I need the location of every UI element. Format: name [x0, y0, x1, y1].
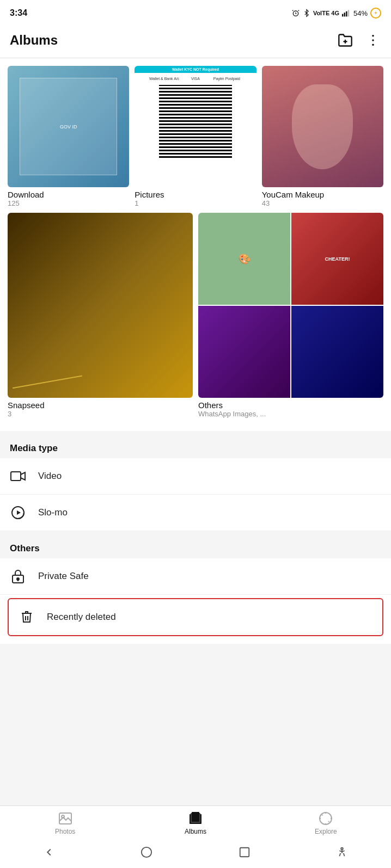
album-thumb-pictures: Wallet KYC NOT Required Wallet & Bank A/… — [135, 66, 256, 187]
nav-item-explore[interactable]: Explore — [304, 811, 347, 835]
bluetooth-icon — [303, 9, 310, 17]
albums-nav-icon — [188, 811, 203, 826]
top-bar-actions — [335, 30, 381, 50]
media-type-video[interactable]: Video — [0, 458, 391, 495]
album-thumb-snapseed — [8, 213, 193, 398]
battery-percent: 54% — [353, 9, 368, 17]
albums-grid-2col: Snapseed 3 🎨 CHEATER! Others WhatsApp Im… — [8, 211, 383, 426]
collage-cell-2: CHEATER! — [291, 213, 383, 305]
explore-icon — [319, 811, 333, 826]
home-button[interactable] — [138, 844, 155, 860]
album-name-download: Download — [8, 190, 129, 199]
pictures-preview: Wallet KYC NOT Required Wallet & Bank A/… — [135, 66, 256, 187]
add-folder-icon — [338, 33, 353, 48]
svg-point-33 — [142, 847, 151, 857]
photos-nav-label: Photos — [55, 828, 75, 835]
others-list: Private Safe Recently deleted — [0, 558, 391, 644]
photos-nav-icon — [58, 811, 72, 826]
more-vertical-icon — [367, 33, 379, 48]
status-icons: VolTE 4G 54% + — [291, 8, 381, 19]
status-time: 3:34 — [10, 8, 27, 18]
recently-deleted-label: Recently deleted — [47, 612, 116, 623]
recently-deleted-item[interactable]: Recently deleted — [8, 598, 383, 636]
accessibility-button[interactable] — [334, 844, 350, 860]
svg-point-17 — [17, 578, 19, 580]
media-type-list: Video Slo-mo — [0, 458, 391, 531]
youcam-preview — [262, 66, 383, 187]
svg-rect-5 — [346, 11, 347, 17]
video-icon — [10, 470, 26, 482]
albums-icon — [188, 812, 203, 825]
svg-line-32 — [328, 821, 329, 822]
album-item-download[interactable]: GOV ID Download 125 — [8, 66, 129, 207]
slomo-icon-container — [10, 504, 26, 521]
svg-line-31 — [322, 815, 323, 816]
album-item-snapseed[interactable]: Snapseed 3 — [8, 213, 193, 418]
album-name-youcam: YouCam Makeup — [262, 190, 383, 199]
explore-nav-label: Explore — [315, 828, 337, 835]
album-name-others: Others — [198, 401, 383, 410]
alarm-icon — [291, 9, 300, 17]
svg-rect-34 — [240, 848, 249, 857]
lte-icon: VolTE 4G — [313, 10, 339, 16]
albums-grid-3col: GOV ID Download 125 Wallet KYC NOT Requi… — [8, 58, 383, 211]
svg-rect-21 — [59, 813, 71, 824]
svg-point-11 — [372, 44, 374, 46]
add-album-button[interactable] — [335, 30, 355, 50]
trash-icon-container — [19, 609, 35, 625]
nav-item-photos[interactable]: Photos — [44, 811, 87, 835]
others-collage: 🎨 CHEATER! — [198, 213, 383, 398]
recents-button[interactable] — [236, 844, 253, 860]
status-bar: 3:34 VolTE 4G 54% + — [0, 0, 391, 24]
album-name-pictures: Pictures — [135, 190, 256, 199]
image-icon — [58, 812, 72, 825]
svg-rect-25 — [192, 812, 199, 822]
explore-nav-icon — [319, 811, 333, 826]
svg-point-9 — [372, 35, 374, 37]
accessibility-icon — [336, 846, 348, 858]
album-subtitle-others: WhatsApp Images, ... — [198, 410, 383, 418]
album-count-pictures: 1 — [135, 199, 256, 207]
svg-line-37 — [340, 853, 341, 857]
albums-section: GOV ID Download 125 Wallet KYC NOT Requi… — [0, 58, 391, 431]
others-header-text: Others — [10, 543, 40, 553]
svg-point-26 — [320, 812, 332, 824]
video-label: Video — [38, 471, 62, 482]
page-title: Albums — [10, 33, 58, 48]
svg-point-10 — [372, 39, 374, 41]
media-type-slomo[interactable]: Slo-mo — [0, 495, 391, 531]
signal-icon — [342, 9, 351, 17]
album-thumb-youcam — [262, 66, 383, 187]
album-item-youcam[interactable]: YouCam Makeup 43 — [262, 66, 383, 207]
album-item-others[interactable]: 🎨 CHEATER! Others WhatsApp Images, ... — [198, 213, 383, 418]
slomo-label: Slo-mo — [38, 507, 68, 518]
top-bar: Albums — [0, 24, 391, 58]
home-circle-icon — [140, 846, 152, 858]
svg-rect-3 — [342, 14, 343, 17]
battery-icon: + — [370, 8, 381, 19]
slomo-icon — [11, 506, 25, 520]
svg-point-35 — [341, 848, 343, 850]
nav-item-albums[interactable]: Albums — [174, 811, 217, 835]
lock-icon-container — [10, 568, 26, 584]
back-icon — [43, 846, 55, 858]
album-count-snapseed: 3 — [8, 410, 193, 418]
svg-rect-12 — [11, 472, 21, 481]
album-count-youcam: 43 — [262, 199, 383, 207]
private-safe-label: Private Safe — [38, 571, 89, 582]
album-name-snapseed: Snapseed — [8, 401, 193, 410]
album-item-pictures[interactable]: Wallet KYC NOT Required Wallet & Bank A/… — [135, 66, 256, 207]
svg-line-38 — [344, 853, 345, 857]
others-section-header: Others — [0, 531, 391, 558]
more-options-button[interactable] — [365, 30, 381, 50]
download-preview: GOV ID — [8, 66, 129, 187]
album-thumb-download: GOV ID — [8, 66, 129, 187]
system-nav-bar — [0, 839, 391, 868]
collage-cell-3 — [198, 306, 290, 398]
svg-rect-4 — [344, 13, 345, 16]
svg-marker-15 — [17, 510, 21, 515]
private-safe-item[interactable]: Private Safe — [0, 558, 391, 595]
back-button[interactable] — [41, 844, 57, 860]
media-type-section-header: Media type — [0, 431, 391, 458]
collage-cell-4 — [291, 306, 383, 398]
